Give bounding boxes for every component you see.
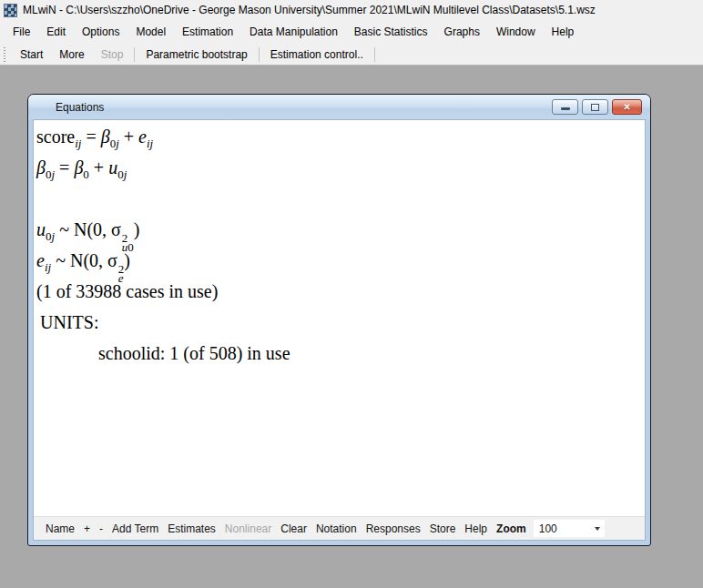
equations-window-titlebar[interactable]: Equations ✕ [28,95,650,119]
menu-window[interactable]: Window [488,21,544,43]
menu-options[interactable]: Options [74,21,127,43]
nonlinear-button[interactable]: Nonlinear [220,522,276,535]
equation-line[interactable]: β0j = β0 + u0j [36,152,645,183]
app-title: MLwiN - C:\Users\szzho\OneDrive - George… [23,4,596,16]
start-button[interactable]: Start [12,46,51,64]
equation-line[interactable]: (1 of 33988 cases in use) [36,276,645,307]
equations-window: Equations ✕ scoreij = β0j + eijβ0j = β0 … [27,94,651,546]
store-button[interactable]: Store [425,522,461,535]
equation-area[interactable]: scoreij = β0j + eijβ0j = β0 + u0ju0j ~ N… [34,120,645,516]
toolbar: Start More Stop Parametric bootstrap Est… [0,44,703,66]
name-button[interactable]: Name [41,522,79,535]
equation-line[interactable]: u0j ~ N(0, σ2u0) [36,214,645,245]
zoom-combobox[interactable]: 100 [534,520,605,537]
close-icon: ✕ [623,103,630,112]
stop-button[interactable]: Stop [93,46,132,64]
minimize-button[interactable] [552,99,578,115]
parametric-bootstrap-button[interactable]: Parametric bootstrap [138,46,255,64]
maximize-button[interactable] [582,99,608,115]
toolbar-separator [259,47,260,62]
window-controls: ✕ [552,99,642,115]
menu-edit[interactable]: Edit [38,21,74,43]
zoom-value: 100 [539,522,557,535]
estimation-control-button[interactable]: Estimation control.. [262,46,372,64]
menu-file[interactable]: File [5,21,38,43]
clear-button[interactable]: Clear [276,522,311,535]
minimize-icon [561,107,570,110]
toolbar-separator [134,47,135,62]
equations-window-title: Equations [56,101,104,114]
notation-button[interactable]: Notation [311,522,362,535]
add-term-button[interactable]: Add Term [107,522,163,535]
app-titlebar[interactable]: MLwiN - C:\Users\szzho\OneDrive - George… [0,0,703,20]
equation-line[interactable] [36,183,645,214]
responses-button[interactable]: Responses [362,522,425,535]
menubar: File Edit Options Model Estimation Data … [0,20,703,44]
menu-graphs[interactable]: Graphs [436,21,488,43]
menu-model[interactable]: Model [127,21,174,43]
client-area: Equations ✕ scoreij = β0j + eijβ0j = β0 … [0,66,703,588]
estimates-button[interactable]: Estimates [163,522,220,535]
minus-button[interactable]: - [95,522,107,535]
menu-help[interactable]: Help [544,21,583,43]
equation-line[interactable]: UNITS: [36,307,645,338]
zoom-label[interactable]: Zoom [492,522,531,535]
menu-data-manipulation[interactable]: Data Manipulation [241,21,346,43]
equations-window-body: scoreij = β0j + eijβ0j = β0 + u0ju0j ~ N… [33,119,646,541]
chevron-down-icon [595,527,600,531]
menu-estimation[interactable]: Estimation [174,21,241,43]
menu-basic-statistics[interactable]: Basic Statistics [346,21,436,43]
close-button[interactable]: ✕ [612,99,642,115]
mlwin-app-icon [4,4,17,17]
help-button[interactable]: Help [460,522,492,535]
equation-line[interactable]: eij ~ N(0, σ2e) [36,245,645,276]
plus-button[interactable]: + [79,522,95,535]
equation-line[interactable]: schoolid: 1 (of 508) in use [36,338,645,369]
more-button[interactable]: More [51,46,92,64]
toolbar-separator [374,47,375,62]
toolbar-grip[interactable] [4,47,8,62]
equations-bottom-toolbar: Name + - Add Term Estimates Nonlinear Cl… [34,516,645,540]
equation-line[interactable]: scoreij = β0j + eij [36,121,645,152]
maximize-icon [591,104,599,111]
